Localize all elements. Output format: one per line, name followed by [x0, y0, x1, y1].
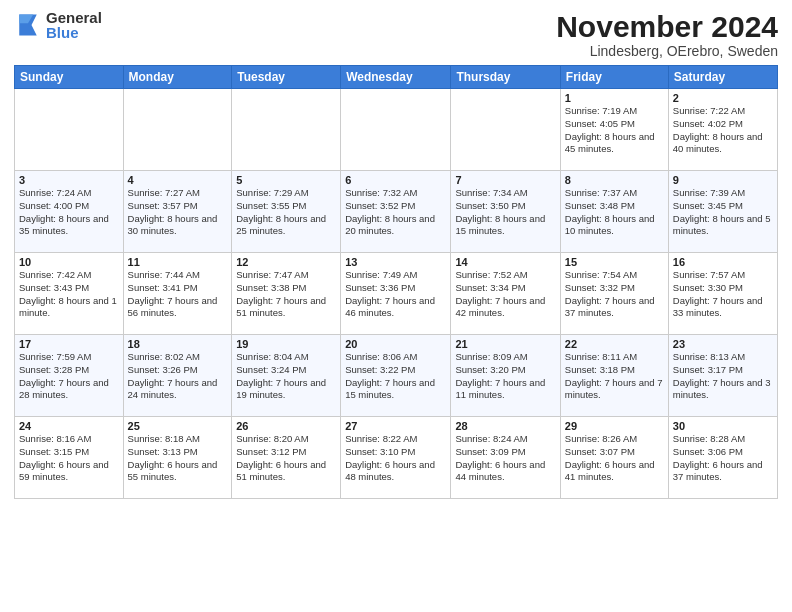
day-info: Sunrise: 8:26 AM Sunset: 3:07 PM Dayligh… [565, 433, 664, 484]
calendar-week-2: 3Sunrise: 7:24 AM Sunset: 4:00 PM Daylig… [15, 171, 778, 253]
calendar-cell-w3-d7: 16Sunrise: 7:57 AM Sunset: 3:30 PM Dayli… [668, 253, 777, 335]
calendar-cell-w2-d5: 7Sunrise: 7:34 AM Sunset: 3:50 PM Daylig… [451, 171, 560, 253]
calendar-cell-w3-d3: 12Sunrise: 7:47 AM Sunset: 3:38 PM Dayli… [232, 253, 341, 335]
calendar-cell-w4-d7: 23Sunrise: 8:13 AM Sunset: 3:17 PM Dayli… [668, 335, 777, 417]
day-number: 17 [19, 338, 119, 350]
calendar-cell-w4-d1: 17Sunrise: 7:59 AM Sunset: 3:28 PM Dayli… [15, 335, 124, 417]
day-number: 28 [455, 420, 555, 432]
calendar-cell-w5-d6: 29Sunrise: 8:26 AM Sunset: 3:07 PM Dayli… [560, 417, 668, 499]
day-info: Sunrise: 7:27 AM Sunset: 3:57 PM Dayligh… [128, 187, 228, 238]
day-number: 7 [455, 174, 555, 186]
calendar-week-1: 1Sunrise: 7:19 AM Sunset: 4:05 PM Daylig… [15, 89, 778, 171]
day-number: 25 [128, 420, 228, 432]
calendar-cell-w1-d2 [123, 89, 232, 171]
calendar-cell-w3-d5: 14Sunrise: 7:52 AM Sunset: 3:34 PM Dayli… [451, 253, 560, 335]
calendar-cell-w1-d4 [341, 89, 451, 171]
calendar-cell-w1-d5 [451, 89, 560, 171]
day-number: 8 [565, 174, 664, 186]
calendar-table: Sunday Monday Tuesday Wednesday Thursday… [14, 65, 778, 499]
calendar-cell-w3-d1: 10Sunrise: 7:42 AM Sunset: 3:43 PM Dayli… [15, 253, 124, 335]
calendar-cell-w5-d3: 26Sunrise: 8:20 AM Sunset: 3:12 PM Dayli… [232, 417, 341, 499]
day-info: Sunrise: 7:39 AM Sunset: 3:45 PM Dayligh… [673, 187, 773, 238]
day-info: Sunrise: 7:59 AM Sunset: 3:28 PM Dayligh… [19, 351, 119, 402]
day-info: Sunrise: 7:42 AM Sunset: 3:43 PM Dayligh… [19, 269, 119, 320]
day-info: Sunrise: 8:06 AM Sunset: 3:22 PM Dayligh… [345, 351, 446, 402]
day-number: 9 [673, 174, 773, 186]
header-saturday: Saturday [668, 66, 777, 89]
logo-icon [14, 11, 42, 39]
calendar-week-3: 10Sunrise: 7:42 AM Sunset: 3:43 PM Dayli… [15, 253, 778, 335]
calendar-week-5: 24Sunrise: 8:16 AM Sunset: 3:15 PM Dayli… [15, 417, 778, 499]
calendar-cell-w2-d7: 9Sunrise: 7:39 AM Sunset: 3:45 PM Daylig… [668, 171, 777, 253]
day-info: Sunrise: 7:47 AM Sunset: 3:38 PM Dayligh… [236, 269, 336, 320]
title-block: November 2024 Lindesberg, OErebro, Swede… [556, 10, 778, 59]
day-info: Sunrise: 7:32 AM Sunset: 3:52 PM Dayligh… [345, 187, 446, 238]
calendar-cell-w2-d3: 5Sunrise: 7:29 AM Sunset: 3:55 PM Daylig… [232, 171, 341, 253]
header-monday: Monday [123, 66, 232, 89]
day-info: Sunrise: 7:22 AM Sunset: 4:02 PM Dayligh… [673, 105, 773, 156]
day-info: Sunrise: 7:44 AM Sunset: 3:41 PM Dayligh… [128, 269, 228, 320]
day-number: 3 [19, 174, 119, 186]
day-info: Sunrise: 7:29 AM Sunset: 3:55 PM Dayligh… [236, 187, 336, 238]
day-info: Sunrise: 7:24 AM Sunset: 4:00 PM Dayligh… [19, 187, 119, 238]
day-info: Sunrise: 8:28 AM Sunset: 3:06 PM Dayligh… [673, 433, 773, 484]
day-info: Sunrise: 8:22 AM Sunset: 3:10 PM Dayligh… [345, 433, 446, 484]
calendar-cell-w1-d1 [15, 89, 124, 171]
day-number: 20 [345, 338, 446, 350]
day-number: 6 [345, 174, 446, 186]
page-container: General Blue November 2024 Lindesberg, O… [0, 0, 792, 505]
day-info: Sunrise: 7:49 AM Sunset: 3:36 PM Dayligh… [345, 269, 446, 320]
calendar-cell-w5-d4: 27Sunrise: 8:22 AM Sunset: 3:10 PM Dayli… [341, 417, 451, 499]
header: General Blue November 2024 Lindesberg, O… [14, 10, 778, 59]
day-number: 1 [565, 92, 664, 104]
day-number: 29 [565, 420, 664, 432]
calendar-cell-w2-d4: 6Sunrise: 7:32 AM Sunset: 3:52 PM Daylig… [341, 171, 451, 253]
day-number: 4 [128, 174, 228, 186]
calendar-cell-w4-d4: 20Sunrise: 8:06 AM Sunset: 3:22 PM Dayli… [341, 335, 451, 417]
calendar-cell-w3-d6: 15Sunrise: 7:54 AM Sunset: 3:32 PM Dayli… [560, 253, 668, 335]
day-number: 27 [345, 420, 446, 432]
header-tuesday: Tuesday [232, 66, 341, 89]
calendar-cell-w3-d2: 11Sunrise: 7:44 AM Sunset: 3:41 PM Dayli… [123, 253, 232, 335]
day-number: 18 [128, 338, 228, 350]
calendar-week-4: 17Sunrise: 7:59 AM Sunset: 3:28 PM Dayli… [15, 335, 778, 417]
calendar-header-row: Sunday Monday Tuesday Wednesday Thursday… [15, 66, 778, 89]
day-number: 19 [236, 338, 336, 350]
header-sunday: Sunday [15, 66, 124, 89]
header-friday: Friday [560, 66, 668, 89]
calendar-cell-w3-d4: 13Sunrise: 7:49 AM Sunset: 3:36 PM Dayli… [341, 253, 451, 335]
day-info: Sunrise: 8:04 AM Sunset: 3:24 PM Dayligh… [236, 351, 336, 402]
logo-blue-text: Blue [46, 25, 102, 40]
calendar-cell-w2-d1: 3Sunrise: 7:24 AM Sunset: 4:00 PM Daylig… [15, 171, 124, 253]
day-info: Sunrise: 8:18 AM Sunset: 3:13 PM Dayligh… [128, 433, 228, 484]
calendar-cell-w4-d2: 18Sunrise: 8:02 AM Sunset: 3:26 PM Dayli… [123, 335, 232, 417]
day-info: Sunrise: 8:02 AM Sunset: 3:26 PM Dayligh… [128, 351, 228, 402]
calendar-cell-w5-d7: 30Sunrise: 8:28 AM Sunset: 3:06 PM Dayli… [668, 417, 777, 499]
calendar-cell-w5-d5: 28Sunrise: 8:24 AM Sunset: 3:09 PM Dayli… [451, 417, 560, 499]
day-number: 22 [565, 338, 664, 350]
calendar-cell-w1-d6: 1Sunrise: 7:19 AM Sunset: 4:05 PM Daylig… [560, 89, 668, 171]
day-number: 10 [19, 256, 119, 268]
day-info: Sunrise: 8:09 AM Sunset: 3:20 PM Dayligh… [455, 351, 555, 402]
header-wednesday: Wednesday [341, 66, 451, 89]
calendar-cell-w5-d1: 24Sunrise: 8:16 AM Sunset: 3:15 PM Dayli… [15, 417, 124, 499]
header-thursday: Thursday [451, 66, 560, 89]
day-number: 15 [565, 256, 664, 268]
day-number: 14 [455, 256, 555, 268]
day-info: Sunrise: 7:54 AM Sunset: 3:32 PM Dayligh… [565, 269, 664, 320]
day-info: Sunrise: 8:20 AM Sunset: 3:12 PM Dayligh… [236, 433, 336, 484]
day-number: 21 [455, 338, 555, 350]
day-info: Sunrise: 8:13 AM Sunset: 3:17 PM Dayligh… [673, 351, 773, 402]
day-number: 5 [236, 174, 336, 186]
calendar-cell-w4-d3: 19Sunrise: 8:04 AM Sunset: 3:24 PM Dayli… [232, 335, 341, 417]
calendar-cell-w5-d2: 25Sunrise: 8:18 AM Sunset: 3:13 PM Dayli… [123, 417, 232, 499]
day-info: Sunrise: 7:34 AM Sunset: 3:50 PM Dayligh… [455, 187, 555, 238]
calendar-cell-w4-d6: 22Sunrise: 8:11 AM Sunset: 3:18 PM Dayli… [560, 335, 668, 417]
day-info: Sunrise: 8:16 AM Sunset: 3:15 PM Dayligh… [19, 433, 119, 484]
logo-text: General Blue [46, 10, 102, 40]
day-info: Sunrise: 8:24 AM Sunset: 3:09 PM Dayligh… [455, 433, 555, 484]
day-info: Sunrise: 7:57 AM Sunset: 3:30 PM Dayligh… [673, 269, 773, 320]
day-info: Sunrise: 7:37 AM Sunset: 3:48 PM Dayligh… [565, 187, 664, 238]
day-number: 11 [128, 256, 228, 268]
calendar-cell-w4-d5: 21Sunrise: 8:09 AM Sunset: 3:20 PM Dayli… [451, 335, 560, 417]
